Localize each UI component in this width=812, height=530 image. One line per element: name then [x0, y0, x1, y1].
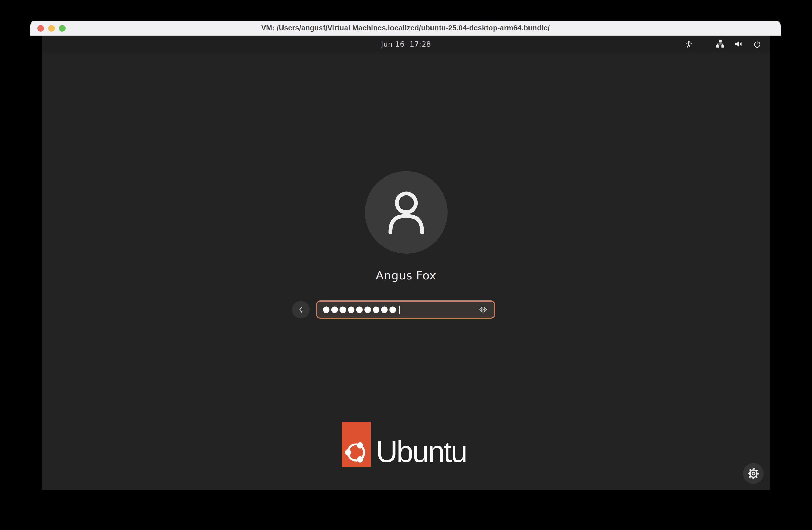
- vm-letterbox: Jun 16 17:28: [30, 36, 781, 491]
- session-menu-button[interactable]: [743, 463, 764, 484]
- accessibility-icon[interactable]: [684, 39, 694, 49]
- clock-menu[interactable]: Jun 16 17:28: [381, 40, 431, 48]
- close-button[interactable]: [37, 25, 44, 32]
- ubuntu-wordmark: Ubuntu: [376, 437, 466, 467]
- circle-of-friends-icon: [343, 439, 369, 466]
- network-wired-icon[interactable]: [715, 39, 725, 49]
- ubuntu-logo: [342, 422, 371, 467]
- gear-icon: [748, 468, 759, 479]
- ubuntu-login-screen: Jun 16 17:28: [42, 36, 770, 490]
- minimize-button[interactable]: [48, 25, 55, 32]
- back-button[interactable]: [292, 301, 309, 319]
- titlebar[interactable]: VM: /Users/angusf/Virtual Machines.local…: [30, 21, 781, 36]
- volume-icon[interactable]: [734, 39, 743, 49]
- power-icon[interactable]: [752, 39, 762, 49]
- window-title: VM: /Users/angusf/Virtual Machines.local…: [261, 24, 550, 32]
- vm-window: VM: /Users/angusf/Virtual Machines.local…: [30, 21, 781, 491]
- screen: VM: /Users/angusf/Virtual Machines.local…: [0, 0, 812, 530]
- traffic-lights: [37, 21, 66, 36]
- gnome-top-bar: Jun 16 17:28: [42, 36, 770, 53]
- zoom-button[interactable]: [59, 25, 66, 32]
- password-dots: ●●●●●●●●●: [322, 305, 397, 313]
- avatar: [365, 171, 448, 254]
- text-caret: [399, 306, 400, 313]
- password-input[interactable]: ●●●●●●●●●: [316, 300, 495, 319]
- eye-icon[interactable]: [478, 305, 488, 314]
- user-name: Angus Fox: [42, 269, 770, 282]
- status-icon-area[interactable]: [684, 36, 762, 53]
